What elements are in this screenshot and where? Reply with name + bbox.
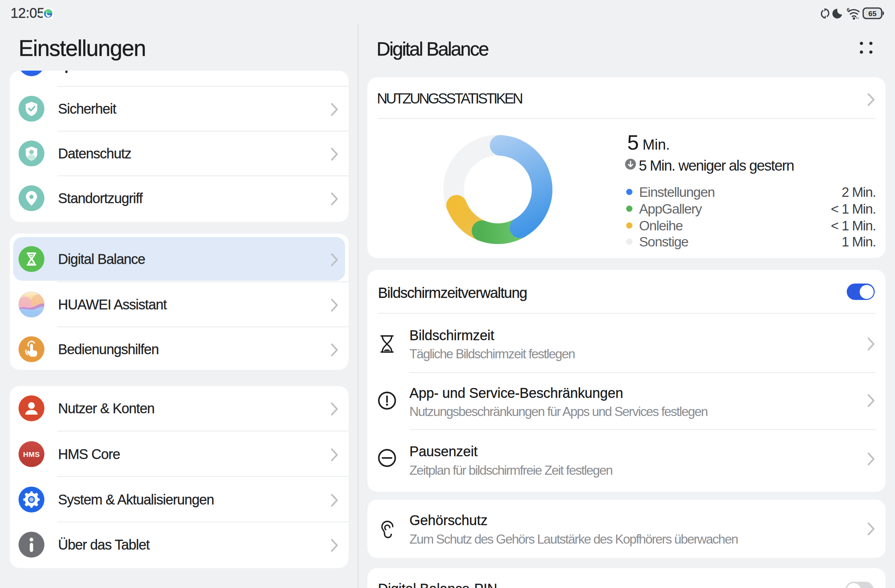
svg-text:65: 65 <box>868 9 877 17</box>
svg-text:HMS: HMS <box>23 450 40 458</box>
svg-text:6: 6 <box>847 8 849 12</box>
